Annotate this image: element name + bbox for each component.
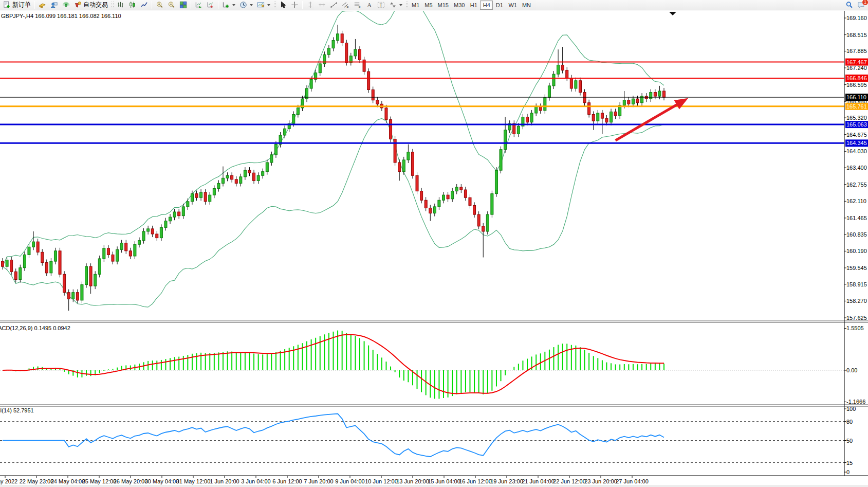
rsi-axis-tick: 80 [846,419,853,425]
timeframe-mn-button[interactable]: MN [520,1,533,10]
time-axis-label[interactable]: 16 Jun 12:00 [459,478,492,484]
dropdown-arrow-icon[interactable] [232,4,235,6]
toolbar-separator [218,1,218,9]
price-line-label: 166.846 [846,75,867,81]
price-axis-tick: 159.545 [846,265,867,271]
periods-button[interactable] [237,1,255,10]
bars-icon [117,1,124,9]
timeframe-m5-button[interactable]: M5 [422,1,435,10]
candlestick-button[interactable] [126,1,138,10]
time-axis-label[interactable]: 24 May 04:00 [51,478,85,484]
price-axis-tick: 164.675 [846,132,867,138]
time-axis-label[interactable]: 15 Jun 04:00 [428,478,460,484]
navigator-button[interactable] [48,1,60,10]
hline-icon [318,1,326,9]
time-axis-label[interactable]: 26 May 20:00 [114,478,148,484]
time-axis-label[interactable]: May 2022 [0,478,17,484]
bull-candle [50,261,52,273]
bear-candle [579,81,581,93]
time-axis-label[interactable]: 23 Jun 20:00 [584,478,617,484]
bear-candle [63,274,66,292]
time-axis-label[interactable]: 25 May 12:00 [82,478,117,484]
bear-candle [112,255,114,261]
chart-canvas[interactable]: 169.160168.515167.885167.240166.595165.9… [0,11,868,487]
bull-candle [575,81,577,88]
time-axis-label[interactable]: 19 Jun 23:00 [490,478,523,484]
text-label-button[interactable]: T [375,1,387,10]
equidistant-channel-button[interactable]: E [340,1,352,10]
timeframe-w1-button[interactable]: W1 [506,1,520,10]
timeframe-m30-button[interactable]: M30 [451,1,467,10]
bull-candle [28,247,30,255]
trend-arrow-head[interactable] [674,98,689,110]
bear-candle [59,251,61,274]
chart-shift-marker[interactable] [669,12,676,15]
time-axis-label[interactable]: 7 Jun 20:00 [304,478,334,484]
bear-candle [398,163,401,172]
fibonacci-button[interactable]: F [352,1,363,10]
chart-shift-button[interactable] [205,1,216,10]
indicators-button[interactable] [220,1,237,10]
bull-candle [120,243,123,250]
time-axis-label[interactable]: 31 May 12:00 [176,478,211,484]
crosshair-button[interactable] [289,1,301,10]
timeframe-d1-button[interactable]: D1 [493,1,506,10]
timeframe-h1-button[interactable]: H1 [467,1,480,10]
vertical-line-button[interactable] [304,1,316,10]
bear-candle [473,205,476,214]
dropdown-arrow-icon[interactable] [399,4,402,6]
bull-candle [116,249,119,261]
signals-button[interactable] [60,1,72,10]
bull-candle [433,207,436,213]
search-button[interactable] [843,1,855,10]
toolbar-separator [34,1,35,9]
time-axis-label[interactable]: 9 Jun 04:00 [335,478,365,484]
time-axis-label[interactable]: 10 Jun 12:00 [365,478,398,484]
candlestick-series[interactable] [2,25,666,311]
dropdown-arrow-icon[interactable] [267,4,270,6]
chart-window[interactable]: GBPJPY-,H4 166.099 166.181 166.082 166.1… [0,11,868,487]
time-axis-label[interactable]: 21 Jun 04:00 [522,478,555,484]
zoom-in-button[interactable] [154,1,165,10]
time-axis-label[interactable]: 22 Jun 12:00 [553,478,586,484]
line-chart-icon [140,1,148,9]
crosshair-icon [291,1,299,9]
bear-candle [248,170,251,173]
bear-candle [235,179,237,184]
market-watch-button[interactable] [36,1,48,10]
new-order-button[interactable]: 新订单 [1,1,33,10]
text-button[interactable]: A [363,1,375,10]
autotrading-icon [74,1,82,9]
line-chart-button[interactable] [138,1,150,10]
bull-candle [19,268,22,280]
time-axis-label[interactable]: 13 Jun 20:00 [396,478,429,484]
bull-candle [284,129,286,135]
templates-button[interactable] [255,1,272,10]
time-axis-label[interactable]: 30 May 04:00 [145,478,179,484]
cursor-button[interactable] [277,1,289,10]
time-axis-label[interactable]: 3 Jun 04:00 [241,478,271,484]
time-axis-label[interactable]: 1 Jun 20:00 [210,478,239,484]
bar-chart-button[interactable] [115,1,126,10]
trendline-button[interactable] [328,1,340,10]
bull-candle [270,155,273,163]
time-axis-label[interactable]: 27 Jun 04:00 [616,478,649,484]
timeframe-m15-button[interactable]: M15 [435,1,451,10]
auto-scroll-button[interactable] [193,1,205,10]
dropdown-arrow-icon[interactable] [250,4,253,6]
trend-arrow-line[interactable] [616,103,679,140]
autotrading-button[interactable]: 自动交易 [72,1,110,10]
bull-candle [142,231,145,241]
horizontal-line-button[interactable] [316,1,328,10]
zoom-out-button[interactable] [165,1,177,10]
notifications-button[interactable]: 1 [855,1,867,10]
bull-candle [552,74,555,86]
autotrading-button-label: 自动交易 [83,1,108,9]
timeframe-h4-button[interactable]: H4 [480,1,493,10]
time-axis-label[interactable]: 22 May 23:00 [20,478,54,484]
bull-candle [239,177,242,184]
timeframe-m1-button[interactable]: M1 [409,1,422,10]
tile-windows-button[interactable] [177,1,189,10]
arrows-button[interactable] [387,1,404,10]
time-axis-label[interactable]: 6 Jun 12:00 [272,478,302,484]
